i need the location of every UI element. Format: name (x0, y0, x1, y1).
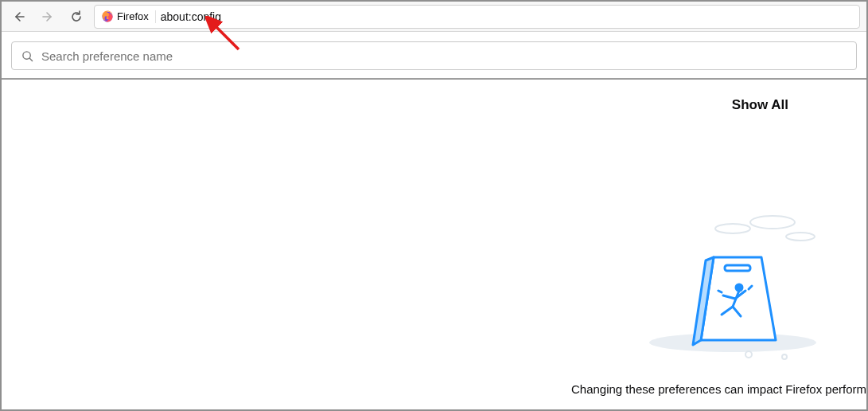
forward-button[interactable] (37, 6, 59, 28)
browser-toolbar: Firefox about:config (2, 2, 866, 32)
back-button[interactable] (8, 6, 30, 28)
show-all-button[interactable]: Show All (732, 97, 788, 113)
svg-point-10 (782, 354, 787, 359)
firefox-brand-chip: Firefox (101, 10, 156, 23)
brand-label: Firefox (117, 10, 149, 22)
svg-point-6 (715, 224, 750, 233)
reload-icon (70, 10, 83, 23)
search-input[interactable] (41, 49, 847, 63)
svg-point-5 (750, 216, 795, 229)
arrow-right-icon (41, 10, 54, 23)
warning-text: Changing these preferences can impact Fi… (571, 382, 866, 396)
svg-point-7 (786, 233, 815, 241)
content-area: Show All Changing these preferences can … (2, 80, 866, 409)
arrow-left-icon (13, 10, 25, 23)
caution-illustration-icon (645, 203, 828, 362)
reload-button[interactable] (65, 6, 88, 28)
url-text: about:config (161, 10, 221, 23)
firefox-icon (101, 10, 114, 23)
search-section (2, 32, 866, 80)
svg-line-19 (718, 291, 722, 292)
search-box[interactable] (11, 41, 857, 70)
svg-point-9 (745, 351, 752, 358)
url-bar[interactable]: Firefox about:config (94, 5, 860, 29)
svg-line-4 (29, 58, 32, 61)
search-icon (21, 50, 33, 62)
